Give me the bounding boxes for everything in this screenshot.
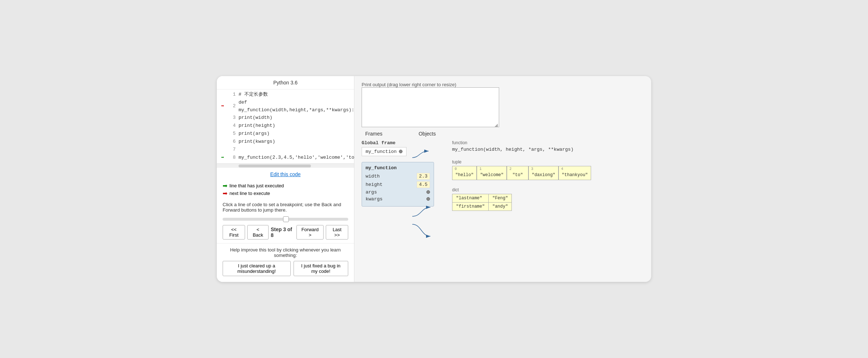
frame-key-width: width bbox=[366, 174, 380, 179]
line-arrow-2: ➡ bbox=[218, 102, 227, 111]
tuple-cell-4: 4"thankyou" bbox=[559, 166, 591, 180]
dict-val: "Feng" bbox=[489, 194, 512, 202]
legend-red-text: next line to execute bbox=[229, 191, 270, 196]
misunderstanding-button[interactable]: I just cleared up a misunderstanding! bbox=[223, 261, 291, 276]
tuple-object-label: tuple bbox=[452, 159, 591, 165]
function-object-label: function bbox=[452, 140, 591, 145]
code-line-1[interactable]: 1# 不定长参数 bbox=[217, 91, 354, 99]
code-area: 1# 不定长参数➡2def my_function(width,height,*… bbox=[217, 90, 354, 163]
tuple-row: 0"hello"1"welcome"2"to"3"daxiong"4"thank… bbox=[452, 166, 591, 180]
frame-key-height: height bbox=[366, 182, 383, 187]
tuple-value-4: "thankyou" bbox=[559, 171, 591, 180]
args-dot bbox=[426, 190, 430, 194]
line-code-4: print(height) bbox=[239, 122, 275, 130]
bug-button[interactable]: I just fixed a bug in my code! bbox=[294, 261, 348, 276]
legend-green-text: line that has just executed bbox=[229, 183, 284, 188]
line-num-2: 2 bbox=[227, 103, 236, 110]
legend-area: ➡ line that has just executed ➡ next lin… bbox=[217, 181, 354, 199]
dict-row: "lastname""Feng" bbox=[452, 194, 512, 202]
frame-key-args: args bbox=[366, 190, 377, 195]
func-frame-row-width: width 2.3 bbox=[366, 173, 430, 180]
tuple-value-3: "daxiong" bbox=[529, 171, 558, 180]
green-arrow-icon: ➡ bbox=[223, 182, 227, 189]
last-button[interactable]: Last >> bbox=[326, 225, 348, 240]
line-num-8: 8 bbox=[227, 154, 236, 162]
edit-link-container: Edit this code bbox=[217, 168, 354, 181]
forward-button[interactable]: Forward > bbox=[296, 225, 324, 240]
code-line-2[interactable]: ➡2def my_function(width,height,*args,**k… bbox=[217, 99, 354, 114]
red-arrow-icon: ➡ bbox=[223, 190, 227, 197]
help-text: Click a line of code to set a breakpoint… bbox=[217, 199, 354, 216]
edit-this-code-link[interactable]: Edit this code bbox=[270, 171, 300, 177]
code-line-6[interactable]: 6 print(kwargs) bbox=[217, 138, 354, 146]
frame-name-myfunction: my_function bbox=[366, 149, 397, 154]
tuple-cell-1: 1"welcome" bbox=[477, 166, 507, 180]
tuple-index-2: 2 bbox=[507, 166, 528, 171]
panel-title: Python 3.6 bbox=[217, 76, 354, 90]
frame-dot-myfunction bbox=[399, 150, 403, 153]
dict-table: "lastname""Feng""firstname""andy" bbox=[452, 194, 512, 211]
code-line-8[interactable]: ➡8my_function(2.3,4.5,'hello','welcome',… bbox=[217, 154, 354, 162]
frame-val-height: 4.5 bbox=[417, 181, 430, 188]
legend-green: ➡ line that has just executed bbox=[223, 182, 348, 189]
function-sig: my_function(width, height, *args, **kwar… bbox=[452, 147, 591, 152]
line-code-6: print(kwargs) bbox=[239, 138, 275, 146]
dict-key: "firstname" bbox=[452, 202, 489, 211]
line-num-6: 6 bbox=[227, 138, 236, 146]
main-container: Python 3.6 1# 不定长参数➡2def my_function(wid… bbox=[217, 76, 651, 282]
tuple-cell-3: 3"daxiong" bbox=[528, 166, 559, 180]
frame-row-myfunction: my_function bbox=[366, 149, 403, 154]
global-frame-label: Global frame bbox=[362, 140, 434, 146]
tuple-object: tuple 0"hello"1"welcome"2"to"3"daxiong"4… bbox=[452, 159, 591, 180]
objects-label: Objects bbox=[418, 131, 435, 137]
frames-label: Frames bbox=[365, 131, 382, 137]
first-button[interactable]: << First bbox=[223, 225, 245, 240]
slider-area[interactable] bbox=[217, 216, 354, 223]
feedback-section: Help improve this tool by clicking whene… bbox=[217, 243, 354, 282]
func-frame-title: my_function bbox=[366, 165, 430, 171]
back-button[interactable]: < Back bbox=[247, 225, 269, 240]
line-code-3: print(width) bbox=[239, 114, 273, 122]
frames-objects-body: Global frame my_function my_function w bbox=[362, 140, 644, 211]
feedback-title: Help improve this tool by clicking whene… bbox=[223, 247, 348, 258]
tuple-index-0: 0 bbox=[452, 166, 476, 171]
code-line-4[interactable]: 4 print(height) bbox=[217, 122, 354, 130]
viz-area: Frames Objects Global frame my_function bbox=[362, 131, 644, 211]
line-num-3: 3 bbox=[227, 114, 236, 122]
print-output-box[interactable]: ◢ bbox=[362, 87, 499, 127]
line-num-1: 1 bbox=[227, 91, 236, 99]
line-arrow-8: ➡ bbox=[218, 154, 227, 162]
feedback-buttons: I just cleared up a misunderstanding! I … bbox=[223, 261, 348, 276]
dict-val: "andy" bbox=[489, 202, 512, 211]
slider-track[interactable] bbox=[223, 218, 348, 221]
legend-red: ➡ next line to execute bbox=[223, 190, 348, 197]
dict-row: "firstname""andy" bbox=[452, 202, 512, 211]
func-frame-row-args: args bbox=[366, 190, 430, 195]
left-panel: Python 3.6 1# 不定长参数➡2def my_function(wid… bbox=[217, 76, 354, 282]
objects-column: function my_function(width, height, *arg… bbox=[452, 140, 591, 211]
tuple-index-3: 3 bbox=[529, 166, 558, 171]
resize-handle-icon[interactable]: ◢ bbox=[494, 122, 498, 126]
line-code-1: # 不定长参数 bbox=[239, 91, 268, 99]
slider-thumb[interactable] bbox=[283, 216, 289, 222]
scrollbar-thumb[interactable] bbox=[239, 165, 311, 167]
nav-buttons: << First < Back Step 3 of 8 Forward > La… bbox=[217, 223, 354, 243]
function-object: function my_function(width, height, *arg… bbox=[452, 140, 591, 152]
global-frame-box: my_function bbox=[362, 147, 406, 156]
global-frame-container: Global frame my_function bbox=[362, 140, 434, 156]
kwargs-dot bbox=[426, 197, 430, 201]
dict-object-label: dict bbox=[452, 187, 591, 192]
line-code-8: my_function(2.3,4.5,'hello','welcome','t… bbox=[239, 154, 354, 162]
print-output-label: Print output (drag lower right corner to… bbox=[362, 82, 644, 87]
code-scrollbar[interactable] bbox=[217, 163, 354, 168]
line-num-7: 7 bbox=[227, 146, 236, 154]
tuple-value-2: "to" bbox=[507, 171, 528, 180]
print-output-section: Print output (drag lower right corner to… bbox=[362, 82, 644, 127]
func-frame-row-height: height 4.5 bbox=[366, 181, 430, 188]
frames-column: Global frame my_function my_function w bbox=[362, 140, 434, 207]
line-num-5: 5 bbox=[227, 130, 236, 138]
code-line-7[interactable]: 7 bbox=[217, 146, 354, 154]
code-line-5[interactable]: 5 print(args) bbox=[217, 130, 354, 138]
code-line-3[interactable]: 3 print(width) bbox=[217, 114, 354, 122]
line-num-4: 4 bbox=[227, 122, 236, 130]
